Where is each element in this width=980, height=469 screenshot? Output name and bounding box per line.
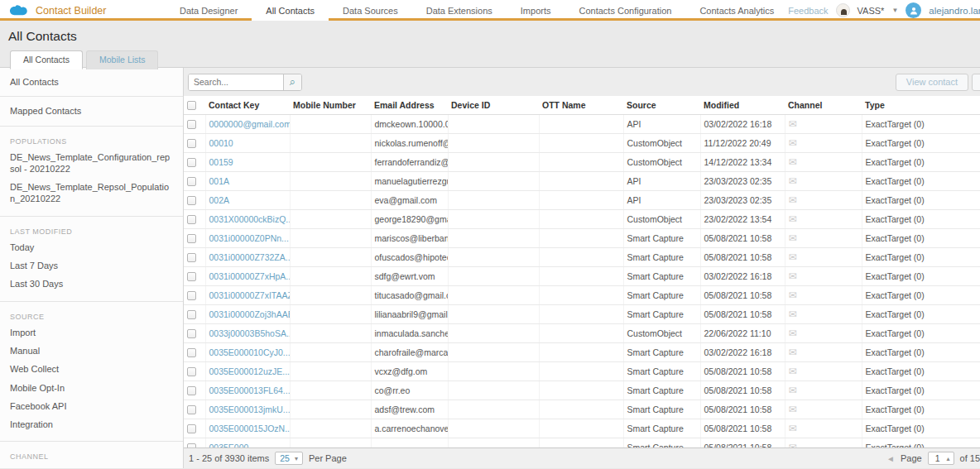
feedback-link[interactable]: Feedback xyxy=(788,6,828,16)
table-row[interactable]: 0035E000010CyJ0...charofraile@marca...Sm… xyxy=(184,342,980,361)
page-number-input[interactable]: 1 ▴ xyxy=(928,452,954,465)
row-checkbox[interactable] xyxy=(187,215,196,224)
row-checkbox[interactable] xyxy=(187,253,196,262)
sidebar-item-facebook-api[interactable]: Facebook API xyxy=(0,397,183,415)
row-checkbox[interactable] xyxy=(187,272,196,281)
user-avatar-icon[interactable] xyxy=(906,2,921,18)
previous-page-chevron-left-icon[interactable]: ◄ xyxy=(886,454,895,463)
row-checkbox[interactable] xyxy=(187,310,196,319)
contact-key-link[interactable]: 002A xyxy=(205,190,290,209)
column-header-channel[interactable]: Channel xyxy=(785,96,862,114)
contact-key-link[interactable]: 0031i00000Zoj3hAAB xyxy=(205,304,290,323)
nav-item-data-sources[interactable]: Data Sources xyxy=(329,0,412,21)
contact-key-link[interactable]: 0035E000010CyJ0... xyxy=(205,342,290,361)
nav-item-all-contacts[interactable]: All Contacts xyxy=(252,0,329,21)
table-row[interactable]: 002Aeva@gmail.comAPI23/03/2023 02:35✉Exa… xyxy=(184,190,980,209)
nav-item-contacts-configuration[interactable]: Contacts Configuration xyxy=(564,0,685,21)
contact-key-link[interactable]: 0031X00000ckBizQ... xyxy=(205,209,290,228)
nav-item-data-extensions[interactable]: Data Extensions xyxy=(412,0,507,21)
column-header-email-address[interactable]: Email Address xyxy=(371,96,448,114)
table-row[interactable]: 0031X00000ckBizQ...george18290@gma...Cus… xyxy=(184,209,980,228)
contact-key-link[interactable]: 0035E000012uzJE... xyxy=(205,361,290,380)
row-checkbox[interactable] xyxy=(187,120,196,129)
column-header-source[interactable]: Source xyxy=(623,96,700,114)
row-checkbox[interactable] xyxy=(187,139,196,148)
contact-key-link[interactable]: 0035E000... xyxy=(205,438,290,447)
contact-key-link[interactable]: 0031i00000Z7xITAAZ xyxy=(205,285,290,304)
nav-item-contacts-analytics[interactable]: Contacts Analytics xyxy=(685,0,788,21)
sidebar-item-web-collect[interactable]: Web Collect xyxy=(0,360,183,378)
contact-key-link[interactable]: 0035E000015JOzN... xyxy=(205,419,290,438)
user-name[interactable]: alejandro.lanzarote( xyxy=(929,6,980,16)
column-header-device-id[interactable]: Device ID xyxy=(448,96,539,114)
table-row[interactable]: 00010nickolas.rumenoff@...CustomObject11… xyxy=(184,133,980,152)
view-contact-button[interactable]: View contact xyxy=(896,74,968,91)
table-row[interactable]: 0033j00003B5hoSA...inmaculada.sanche...C… xyxy=(184,323,980,342)
table-row[interactable]: 0031i00000Z7xHpA...sdfg@ewrt.vomSmart Ca… xyxy=(184,266,980,285)
tab-mobile-lists[interactable]: Mobile Lists xyxy=(86,50,158,69)
contact-key-link[interactable]: 00010 xyxy=(205,133,290,152)
row-checkbox[interactable] xyxy=(187,367,196,376)
cell-source: API xyxy=(623,114,700,133)
contact-key-link[interactable]: 0031i00000Z7xHpA... xyxy=(205,266,290,285)
sidebar-item-all-contacts[interactable]: All Contacts xyxy=(0,68,183,96)
table-row[interactable]: 0031i00000Z7xITAAZtitucasado@gmail.c...S… xyxy=(184,285,980,304)
search-icon[interactable]: ⌕ xyxy=(283,74,301,90)
contact-key-link[interactable]: 0035E000013jmkU... xyxy=(205,400,290,419)
row-checkbox[interactable] xyxy=(187,196,196,205)
table-row[interactable]: 0035E000015JOzN...a.carrenoechanove...Sm… xyxy=(184,419,980,438)
row-checkbox[interactable] xyxy=(187,348,196,357)
row-checkbox[interactable] xyxy=(187,291,196,300)
sidebar-item-last-30-days[interactable]: Last 30 Days xyxy=(0,275,183,293)
account-name[interactable]: VASS* xyxy=(858,6,885,16)
feedback-badge-icon[interactable] xyxy=(836,3,850,17)
sidebar-item-manual[interactable]: Manual xyxy=(0,342,183,360)
table-row[interactable]: 0035E000012uzJE...vcxz@dfg.omSmart Captu… xyxy=(184,361,980,380)
table-row[interactable]: 0035E000013jmkU...adsf@trew.comSmart Cap… xyxy=(184,400,980,419)
sidebar-item-mapped-contacts[interactable]: Mapped Contacts xyxy=(0,97,183,125)
sidebar-item-integration[interactable]: Integration xyxy=(0,415,183,433)
contact-key-link[interactable]: 0033j00003B5hoSA... xyxy=(205,323,290,342)
column-header-type[interactable]: Type xyxy=(862,96,980,114)
account-chevron-down-icon[interactable]: ▼ xyxy=(891,7,898,14)
table-row[interactable]: 0031i00000Z0PNn...mariscos@liberban...Sm… xyxy=(184,228,980,247)
table-row[interactable]: 00159ferrandoferrandiz@...CustomObject14… xyxy=(184,152,980,171)
table-row[interactable]: 0031i00000Z732ZA...ofuscados@hipotec...S… xyxy=(184,247,980,266)
sidebar-item-de-news-template-repsol-population-20210222[interactable]: DE_News_Template_Repsol_Population_20210… xyxy=(0,178,183,208)
row-checkbox[interactable] xyxy=(187,234,196,243)
contact-key-link[interactable]: 00159 xyxy=(205,152,290,171)
row-checkbox[interactable] xyxy=(187,386,196,395)
row-checkbox[interactable] xyxy=(187,329,196,338)
sidebar-item-today[interactable]: Today xyxy=(0,238,183,256)
sidebar-item-last-7-days[interactable]: Last 7 Days xyxy=(0,256,183,275)
table-row[interactable]: 0035E000013FL64...co@rr.eoSmart Capture0… xyxy=(184,380,980,400)
table-row[interactable]: 0035E000......Smart Capture05/08/2021 10… xyxy=(184,438,980,447)
contact-key-link[interactable]: 0031i00000Z732ZA... xyxy=(205,247,290,266)
tab-all-contacts[interactable]: All Contacts xyxy=(10,50,83,69)
row-checkbox[interactable] xyxy=(187,405,196,414)
contact-key-link[interactable]: 001A xyxy=(205,171,290,190)
column-header-ott-name[interactable]: OTT Name xyxy=(539,96,623,114)
sidebar-item-mobileconnect[interactable]: MobileConnect xyxy=(0,463,183,468)
column-header-modified[interactable]: Modified xyxy=(700,96,785,114)
contact-key-link[interactable]: 0000000@gmail.com xyxy=(205,114,290,133)
nav-item-data-designer[interactable]: Data Designer xyxy=(166,0,252,21)
sidebar-item-import[interactable]: Import xyxy=(0,323,183,342)
sidebar-item-mobile-opt-in[interactable]: Mobile Opt-In xyxy=(0,379,183,397)
search-input[interactable] xyxy=(189,74,283,90)
clipped-action-button[interactable] xyxy=(972,74,980,91)
row-checkbox[interactable] xyxy=(187,424,196,433)
table-row[interactable]: 0031i00000Zoj3hAABlilianaabril9@gmail...… xyxy=(184,304,980,323)
row-checkbox[interactable] xyxy=(187,158,196,167)
table-row[interactable]: 0000000@gmail.comdmckeown.10000.0...API0… xyxy=(184,114,980,133)
table-row[interactable]: 001Amanuelagutierrezgu...API23/03/2023 0… xyxy=(184,171,980,190)
select-all-checkbox[interactable] xyxy=(187,101,196,110)
column-header-contact-key[interactable]: Contact Key xyxy=(205,96,290,114)
sidebar-item-de-news-template-configuration-repsol-20210222[interactable]: DE_News_Template_Configuration_repsol - … xyxy=(0,148,183,179)
contact-key-link[interactable]: 0035E000013FL64... xyxy=(205,380,290,400)
row-checkbox[interactable] xyxy=(187,177,196,186)
contact-key-link[interactable]: 0031i00000Z0PNn... xyxy=(205,228,290,247)
nav-item-imports[interactable]: Imports xyxy=(507,0,565,21)
page-size-select[interactable]: 25 ▾ xyxy=(275,452,303,465)
column-header-mobile-number[interactable]: Mobile Number xyxy=(290,96,371,114)
